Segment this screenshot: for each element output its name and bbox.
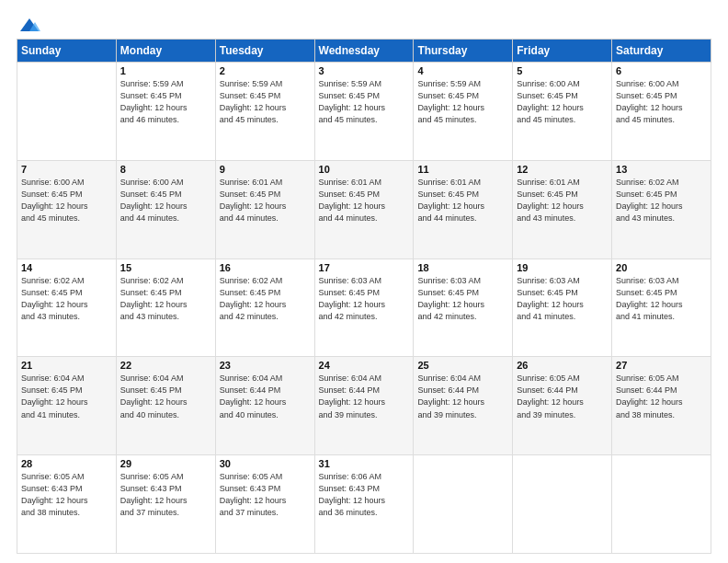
day-number: 30 [220, 458, 311, 469]
calendar-cell: 18Sunrise: 6:03 AM Sunset: 6:45 PM Dayli… [414, 259, 513, 357]
calendar-cell: 17Sunrise: 6:03 AM Sunset: 6:45 PM Dayli… [314, 259, 414, 357]
day-info: Sunrise: 6:03 AM Sunset: 6:45 PM Dayligh… [517, 275, 608, 323]
day-number: 27 [616, 360, 707, 371]
calendar-cell: 19Sunrise: 6:03 AM Sunset: 6:45 PM Dayli… [513, 259, 612, 357]
day-info: Sunrise: 6:02 AM Sunset: 6:45 PM Dayligh… [120, 275, 211, 323]
day-number: 1 [120, 65, 211, 76]
calendar-cell: 3Sunrise: 5:59 AM Sunset: 6:45 PM Daylig… [314, 63, 414, 161]
day-number: 17 [319, 262, 410, 273]
day-number: 2 [220, 65, 311, 76]
day-info: Sunrise: 6:01 AM Sunset: 6:45 PM Dayligh… [417, 177, 508, 224]
day-info: Sunrise: 6:06 AM Sunset: 6:43 PM Dayligh… [319, 471, 410, 519]
calendar-cell: 10Sunrise: 6:01 AM Sunset: 6:45 PM Dayli… [314, 160, 414, 259]
day-info: Sunrise: 6:00 AM Sunset: 6:45 PM Dayligh… [120, 177, 211, 224]
calendar-table: Sunday Monday Tuesday Wednesday Thursday… [17, 39, 711, 554]
header [17, 17, 711, 31]
calendar-cell: 30Sunrise: 6:05 AM Sunset: 6:43 PM Dayli… [215, 455, 314, 554]
day-info: Sunrise: 6:01 AM Sunset: 6:45 PM Dayligh… [220, 177, 311, 224]
day-info: Sunrise: 5:59 AM Sunset: 6:45 PM Dayligh… [417, 78, 508, 126]
header-sunday: Sunday [17, 40, 117, 63]
calendar-cell: 26Sunrise: 6:05 AM Sunset: 6:44 PM Dayli… [513, 357, 612, 455]
day-info: Sunrise: 6:02 AM Sunset: 6:45 PM Dayligh… [21, 275, 112, 323]
day-info: Sunrise: 6:00 AM Sunset: 6:45 PM Dayligh… [517, 78, 608, 126]
day-info: Sunrise: 6:05 AM Sunset: 6:43 PM Dayligh… [220, 471, 311, 519]
day-number: 15 [120, 262, 211, 273]
day-number: 7 [21, 164, 112, 175]
calendar-cell: 31Sunrise: 6:06 AM Sunset: 6:43 PM Dayli… [314, 455, 414, 554]
calendar-cell: 5Sunrise: 6:00 AM Sunset: 6:45 PM Daylig… [513, 63, 612, 161]
day-info: Sunrise: 6:05 AM Sunset: 6:44 PM Dayligh… [616, 373, 707, 420]
day-info: Sunrise: 5:59 AM Sunset: 6:45 PM Dayligh… [120, 78, 211, 126]
calendar-cell: 2Sunrise: 5:59 AM Sunset: 6:45 PM Daylig… [215, 63, 314, 161]
calendar-cell: 20Sunrise: 6:03 AM Sunset: 6:45 PM Dayli… [612, 259, 711, 357]
calendar-cell [513, 455, 612, 554]
day-number: 3 [319, 65, 410, 76]
day-info: Sunrise: 6:04 AM Sunset: 6:45 PM Dayligh… [120, 373, 211, 420]
calendar-cell: 11Sunrise: 6:01 AM Sunset: 6:45 PM Dayli… [414, 160, 513, 259]
day-number: 31 [319, 458, 410, 469]
day-number: 16 [220, 262, 311, 273]
day-number: 14 [21, 262, 112, 273]
calendar-cell [17, 63, 117, 161]
day-number: 25 [417, 360, 508, 371]
calendar-cell: 12Sunrise: 6:01 AM Sunset: 6:45 PM Dayli… [513, 160, 612, 259]
day-info: Sunrise: 6:05 AM Sunset: 6:43 PM Dayligh… [21, 471, 112, 519]
day-number: 4 [417, 65, 508, 76]
day-info: Sunrise: 6:02 AM Sunset: 6:45 PM Dayligh… [616, 177, 707, 224]
calendar-cell: 25Sunrise: 6:04 AM Sunset: 6:44 PM Dayli… [414, 357, 513, 455]
day-info: Sunrise: 6:03 AM Sunset: 6:45 PM Dayligh… [417, 275, 508, 323]
day-info: Sunrise: 6:04 AM Sunset: 6:45 PM Dayligh… [21, 373, 112, 420]
day-number: 29 [120, 458, 211, 469]
calendar-cell: 1Sunrise: 5:59 AM Sunset: 6:45 PM Daylig… [116, 63, 215, 161]
day-number: 13 [616, 164, 707, 175]
header-monday: Monday [116, 40, 215, 63]
calendar-cell: 13Sunrise: 6:02 AM Sunset: 6:45 PM Dayli… [612, 160, 711, 259]
calendar-page: Sunday Monday Tuesday Wednesday Thursday… [0, 0, 728, 563]
calendar-header: Sunday Monday Tuesday Wednesday Thursday… [17, 40, 711, 63]
day-number: 23 [220, 360, 311, 371]
day-number: 5 [517, 65, 608, 76]
day-info: Sunrise: 6:04 AM Sunset: 6:44 PM Dayligh… [417, 373, 508, 420]
day-number: 20 [616, 262, 707, 273]
day-info: Sunrise: 6:01 AM Sunset: 6:45 PM Dayligh… [319, 177, 410, 224]
calendar-cell [612, 455, 711, 554]
calendar-cell: 24Sunrise: 6:04 AM Sunset: 6:44 PM Dayli… [314, 357, 414, 455]
calendar-cell: 27Sunrise: 6:05 AM Sunset: 6:44 PM Dayli… [612, 357, 711, 455]
day-info: Sunrise: 5:59 AM Sunset: 6:45 PM Dayligh… [220, 78, 311, 126]
day-info: Sunrise: 6:05 AM Sunset: 6:43 PM Dayligh… [120, 471, 211, 519]
calendar-cell: 21Sunrise: 6:04 AM Sunset: 6:45 PM Dayli… [17, 357, 117, 455]
calendar-cell: 8Sunrise: 6:00 AM Sunset: 6:45 PM Daylig… [116, 160, 215, 259]
day-info: Sunrise: 6:00 AM Sunset: 6:45 PM Dayligh… [21, 177, 112, 224]
calendar-cell: 6Sunrise: 6:00 AM Sunset: 6:45 PM Daylig… [612, 63, 711, 161]
calendar-cell: 4Sunrise: 5:59 AM Sunset: 6:45 PM Daylig… [414, 63, 513, 161]
day-info: Sunrise: 6:05 AM Sunset: 6:44 PM Dayligh… [517, 373, 608, 420]
header-friday: Friday [513, 40, 612, 63]
day-number: 21 [21, 360, 112, 371]
day-number: 12 [517, 164, 608, 175]
logo [17, 17, 40, 31]
calendar-cell: 15Sunrise: 6:02 AM Sunset: 6:45 PM Dayli… [116, 259, 215, 357]
day-number: 10 [319, 164, 410, 175]
header-thursday: Thursday [414, 40, 513, 63]
day-number: 6 [616, 65, 707, 76]
day-info: Sunrise: 6:03 AM Sunset: 6:45 PM Dayligh… [319, 275, 410, 323]
logo-icon [18, 17, 40, 33]
header-wednesday: Wednesday [314, 40, 414, 63]
calendar-cell: 16Sunrise: 6:02 AM Sunset: 6:45 PM Dayli… [215, 259, 314, 357]
day-number: 18 [417, 262, 508, 273]
day-info: Sunrise: 6:04 AM Sunset: 6:44 PM Dayligh… [220, 373, 311, 420]
day-info: Sunrise: 6:04 AM Sunset: 6:44 PM Dayligh… [319, 373, 410, 420]
day-number: 26 [517, 360, 608, 371]
day-info: Sunrise: 6:02 AM Sunset: 6:45 PM Dayligh… [220, 275, 311, 323]
day-number: 11 [417, 164, 508, 175]
calendar-cell: 14Sunrise: 6:02 AM Sunset: 6:45 PM Dayli… [17, 259, 117, 357]
day-info: Sunrise: 5:59 AM Sunset: 6:45 PM Dayligh… [319, 78, 410, 126]
header-saturday: Saturday [612, 40, 711, 63]
day-info: Sunrise: 6:01 AM Sunset: 6:45 PM Dayligh… [517, 177, 608, 224]
day-number: 19 [517, 262, 608, 273]
calendar-cell: 9Sunrise: 6:01 AM Sunset: 6:45 PM Daylig… [215, 160, 314, 259]
calendar-cell [414, 455, 513, 554]
header-tuesday: Tuesday [215, 40, 314, 63]
calendar-body: 1Sunrise: 5:59 AM Sunset: 6:45 PM Daylig… [17, 63, 711, 554]
day-number: 24 [319, 360, 410, 371]
